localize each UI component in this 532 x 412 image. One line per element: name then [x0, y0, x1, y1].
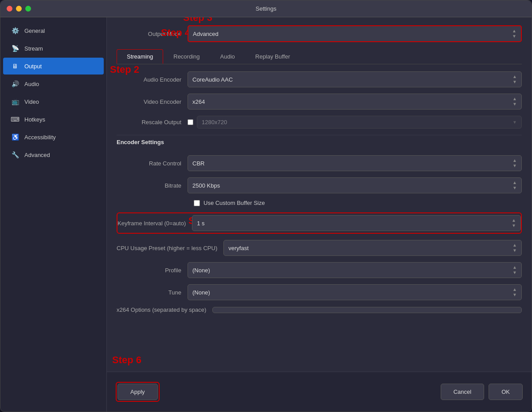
keyboard-icon: ⌨	[11, 115, 19, 123]
window-controls	[7, 6, 31, 12]
rate-control-select[interactable]: CBR ▲▼	[188, 155, 522, 171]
video-icon: 📺	[11, 98, 19, 106]
audio-encoder-select[interactable]: CoreAudio AAC ▲▼	[188, 71, 522, 87]
sidebar-item-advanced[interactable]: 🔧 Advanced	[3, 146, 104, 163]
keyframe-chevron: ▲▼	[512, 218, 516, 228]
audio-encoder-label: Audio Encoder	[117, 76, 188, 83]
sidebar-label-accessibility: Accessibility	[24, 134, 56, 141]
rate-control-value: CBR	[192, 160, 204, 167]
rescale-output-value: 1280x720	[202, 119, 227, 126]
sidebar-item-output[interactable]: 🖥 Output Step 2	[3, 58, 104, 75]
tab-replay-buffer[interactable]: Replay Buffer	[245, 49, 301, 64]
sidebar-item-video[interactable]: 📺 Video	[3, 93, 104, 110]
tune-value: (None)	[192, 289, 210, 296]
output-mode-row: Output Mode Step 4 Advanced ▲ ▼	[117, 25, 522, 42]
tune-row: Tune (None) ▲▼	[117, 284, 522, 300]
audio-encoder-value: CoreAudio AAC	[192, 76, 233, 83]
step6-label: Step 6	[112, 354, 141, 376]
audio-icon: 🔊	[11, 80, 19, 88]
stream-icon: 📡	[11, 44, 19, 52]
step4-label: Step 4	[161, 27, 190, 39]
close-button[interactable]	[7, 6, 12, 12]
right-buttons: Cancel OK	[441, 384, 523, 400]
x264-options-input[interactable]	[212, 307, 522, 313]
video-encoder-label: Video Encoder	[117, 98, 188, 105]
audio-encoder-row: Audio Encoder CoreAudio AAC ▲▼	[117, 71, 522, 87]
cpu-usage-select[interactable]: veryfast ▲▼	[223, 240, 522, 256]
bitrate-select[interactable]: 2500 Kbps ▲▼	[188, 177, 522, 193]
audio-encoder-chevron: ▲▼	[512, 75, 517, 84]
apply-button[interactable]: Apply	[117, 384, 158, 400]
custom-buffer-row: Use Custom Buffer Size	[117, 200, 522, 206]
profile-row: Profile (None) ▲▼	[117, 262, 522, 278]
x264-options-row: x264 Options (separated by space)	[117, 306, 522, 313]
sidebar-label-hotkeys: Hotkeys	[24, 116, 45, 123]
window-title: Settings	[256, 5, 277, 12]
cpu-usage-value: veryfast	[228, 245, 249, 251]
bitrate-label: Bitrate	[117, 182, 188, 189]
rate-control-chevron: ▲▼	[512, 158, 517, 168]
rescale-output-select[interactable]: 1280x720 ▼	[197, 116, 522, 129]
profile-label: Profile	[117, 267, 188, 274]
keyframe-select[interactable]: 1 s ▲▼	[192, 215, 521, 231]
step3-label: Step 3	[183, 17, 212, 24]
rescale-output-label: Rescale Output	[117, 119, 188, 126]
sidebar: ⚙️ General 📡 Stream 🖥 Output Step 2 🔊 Au…	[0, 17, 107, 412]
cpu-usage-chevron: ▲▼	[512, 243, 517, 253]
rescale-chevron: ▼	[512, 120, 517, 125]
sidebar-item-hotkeys[interactable]: ⌨ Hotkeys	[3, 111, 104, 128]
minimize-button[interactable]	[16, 6, 22, 12]
sidebar-label-advanced: Advanced	[24, 152, 50, 158]
video-encoder-value: x264	[192, 98, 205, 105]
rate-control-row: Rate Control CBR ▲▼	[117, 155, 522, 171]
rate-control-label: Rate Control	[117, 160, 188, 167]
tab-recording[interactable]: Recording	[163, 49, 210, 64]
content-area: Step 3 Output Mode Step 4 Advanced ▲ ▼	[107, 17, 532, 412]
tune-select[interactable]: (None) ▲▼	[188, 284, 522, 300]
rescale-output-checkbox[interactable]	[188, 119, 193, 125]
sidebar-label-audio: Audio	[24, 81, 39, 87]
bitrate-row: Bitrate 2500 Kbps ▲▼	[117, 177, 522, 193]
video-encoder-chevron: ▲▼	[512, 97, 517, 106]
apply-wrapper: Apply	[116, 382, 160, 402]
sidebar-item-general[interactable]: ⚙️ General	[3, 22, 104, 39]
chevron-icon: ▲ ▼	[512, 29, 516, 39]
custom-buffer-checkbox[interactable]	[194, 200, 200, 206]
keyframe-label: Keyframe Interval (0=auto)	[117, 220, 192, 227]
sidebar-item-accessibility[interactable]: ♿ Accessibility	[3, 129, 104, 145]
maximize-button[interactable]	[25, 6, 31, 12]
x264-options-label: x264 Options (separated by space)	[117, 306, 212, 313]
keyframe-row: Step 5 Keyframe Interval (0=auto) 1 s ▲▼	[117, 212, 522, 234]
tab-streaming[interactable]: Streaming	[117, 49, 163, 64]
cpu-usage-row: CPU Usage Preset (higher = less CPU) ver…	[117, 240, 522, 256]
video-encoder-select[interactable]: x264 ▲▼	[188, 94, 522, 110]
tab-audio[interactable]: Audio	[210, 49, 245, 64]
main-layout: ⚙️ General 📡 Stream 🖥 Output Step 2 🔊 Au…	[0, 17, 532, 412]
rescale-output-row: Rescale Output 1280x720 ▼	[117, 116, 522, 129]
sidebar-item-stream[interactable]: 📡 Stream	[3, 40, 104, 57]
ok-button[interactable]: OK	[489, 384, 523, 400]
cpu-usage-label: CPU Usage Preset (higher = less CPU)	[117, 245, 223, 251]
sidebar-label-general: General	[24, 27, 45, 34]
profile-select[interactable]: (None) ▲▼	[188, 262, 522, 278]
bottom-bar: Step 6 Apply Cancel OK	[107, 372, 532, 412]
wrench-icon: 🔧	[11, 151, 19, 159]
gear-icon: ⚙️	[11, 27, 19, 35]
output-icon: 🖥	[11, 62, 19, 70]
profile-value: (None)	[192, 267, 210, 274]
sidebar-label-stream: Stream	[24, 45, 43, 52]
tune-chevron: ▲▼	[512, 287, 517, 297]
custom-buffer-label: Use Custom Buffer Size	[203, 200, 265, 206]
content-scroll[interactable]: Step 3 Output Mode Step 4 Advanced ▲ ▼	[107, 17, 532, 372]
bitrate-chevron: ▲▼	[512, 180, 517, 190]
titlebar: Settings	[0, 0, 532, 17]
video-encoder-row: Video Encoder x264 ▲▼	[117, 94, 522, 110]
output-mode-wrapper: Step 3 Output Mode Step 4 Advanced ▲ ▼	[117, 25, 522, 42]
keyframe-value: 1 s	[197, 220, 204, 227]
sidebar-label-video: Video	[24, 98, 39, 105]
settings-window: Settings ⚙️ General 📡 Stream 🖥 Output St…	[0, 0, 532, 412]
cancel-button[interactable]: Cancel	[441, 384, 484, 400]
output-mode-select[interactable]: Advanced ▲ ▼	[188, 25, 522, 42]
sidebar-item-audio[interactable]: 🔊 Audio	[3, 75, 104, 92]
output-mode-select-wrapper: Step 4 Advanced ▲ ▼	[188, 25, 522, 42]
